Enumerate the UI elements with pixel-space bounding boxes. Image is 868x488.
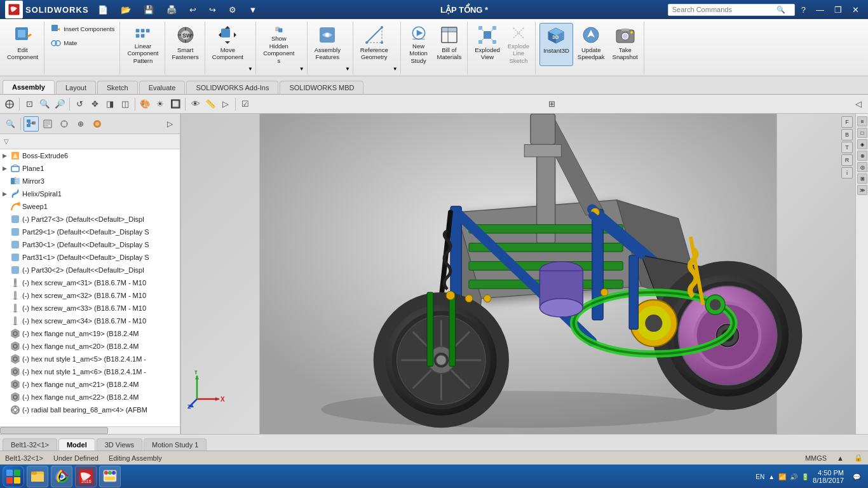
print-btn[interactable]: 🖨️ [163,4,180,16]
right-btn-6[interactable]: ⊞ [857,173,867,184]
file-explorer-btn[interactable] [27,466,48,487]
tree-item-screw31[interactable]: (-) hex screw_am<31> (B18.6.7M - M10 [0,276,180,289]
tab-model[interactable]: Model [58,438,95,451]
save-btn[interactable]: 💾 [140,4,158,16]
vp-iso-view-btn[interactable]: i [841,167,853,179]
open-btn[interactable]: 📂 [117,4,135,16]
tab-layout[interactable]: Layout [56,81,96,94]
tree-item-boss-extrude[interactable]: ▶ Boss-Extrude6 [0,149,180,162]
tree-item-part29[interactable]: Part29<1> (Default<<Default>_Display S [0,226,180,238]
tree-item-screw34[interactable]: (-) hex screw_am<34> (B18.6.7M - M10 [0,315,180,327]
config-manager-btn[interactable] [57,116,72,132]
reference-geometry-btn[interactable]: ReferenceGeometry [357,23,391,66]
hide-show-btn[interactable]: 👁 [188,97,202,111]
exploded-view-btn[interactable]: ExplodedView [471,23,503,66]
appearance-btn[interactable]: 🎨 [138,97,152,111]
options-btn[interactable]: ⚙ [225,4,240,16]
show-hidden-btn[interactable]: ShowHiddenComponents [260,23,298,66]
tree-item-helix[interactable]: ▶ Helix/Spiral1 [0,187,180,200]
zoom-area-btn[interactable]: 🔍 [37,97,51,111]
rg-dropdown-arrow[interactable]: ▼ [393,66,398,73]
tree-item-mirror3[interactable]: Mirror3 [0,175,180,187]
notifications-icon[interactable]: 💬 [853,473,860,480]
move-dropdown-arrow[interactable]: ▼ [248,66,253,73]
vp-top-view-btn[interactable]: T [841,142,853,153]
tab-evaluate[interactable]: Evaluate [139,81,186,94]
zoom-in-btn[interactable]: 🔎 [53,97,67,111]
filter-btn[interactable]: 🔍 [3,116,18,132]
status-arrow[interactable]: ▲ [837,454,844,462]
tree-item-radial-bearing[interactable]: (-) radial ball bearing_68_am<4> (AFBM [0,403,180,416]
view-display-btn[interactable]: ◫ [118,97,132,111]
bill-of-materials-btn[interactable]: Bill ofMaterials [434,23,465,66]
simulation-btn[interactable]: ▷ [219,97,233,111]
display-style-btn[interactable]: 🔲 [168,97,182,111]
scrollbar-thumb-h[interactable] [0,427,108,434]
view-orient-btn[interactable] [3,97,17,111]
right-btn-4[interactable]: ⊕ [857,151,867,161]
pan-btn[interactable]: ✥ [88,97,102,111]
feature-tree-btn[interactable] [24,116,39,132]
tab-belt1[interactable]: Belt1-32<1> [3,438,57,451]
up-arrow[interactable]: ▲ [768,473,775,480]
new-btn[interactable]: 📄 [94,4,112,16]
property-manager-btn[interactable] [40,116,55,132]
tab-solidworks-mbd[interactable]: SOLIDWORKS MBD [280,81,363,94]
start-button[interactable] [3,466,24,487]
measure-btn[interactable]: 📏 [203,97,217,111]
tree-item-part31[interactable]: Part31<1> (Default<<Default>_Display S [0,251,180,264]
edit-component-btn[interactable]: EditComponent [4,23,41,66]
tab-sketch[interactable]: Sketch [97,81,138,94]
chrome-btn[interactable] [51,466,72,487]
restore-btn[interactable]: ❐ [831,4,846,16]
scene-btn[interactable]: ☀ [153,97,167,111]
expand-btn[interactable]: ⊞ [545,97,559,111]
tree-item-plane1[interactable]: ▶ Plane1 [0,162,180,175]
tree-item-hexnut-style1-5[interactable]: (-) hex nut style 1_am<5> (B18.2.4.1M - [0,353,180,365]
tree-item-sweep1[interactable]: Sweep1 [0,200,180,213]
assembly-features-btn[interactable]: AssemblyFeatures [311,23,344,66]
right-btn-1[interactable]: ≡ [857,116,867,126]
tree-item-part27[interactable]: (-) Part27<3> (Default<<Default>_Displ [0,213,180,226]
update-speedpak-btn[interactable]: UpdateSpeedpak [574,23,608,66]
tree-item-flange-nut19[interactable]: (-) hex flange nut_am<19> (B18.2.4M [0,327,180,340]
right-btn-3[interactable]: ◈ [857,139,867,149]
tree-item-flange-nut20[interactable]: (-) hex flange nut_am<20> (B18.2.4M [0,340,180,353]
smart-fasteners-btn[interactable]: SW SmartFasteners [169,23,202,66]
section-view-btn[interactable]: ◨ [103,97,117,111]
plus-btn[interactable]: ⊕ [73,116,88,132]
tab-3d-views[interactable]: 3D Views [97,438,142,451]
solidworks-taskbar-btn[interactable]: 2016 [75,466,97,487]
tree-item-hexnut-style1-6[interactable]: (-) hex nut style 1_am<6> (B18.2.4.1M - [0,365,180,378]
tree-item-screw33[interactable]: (-) hex screw_am<33> (B18.6.7M - M10 [0,302,180,315]
checkbox-btn[interactable]: ☑ [238,97,252,111]
tree-item-flange-nut21[interactable]: (-) hex flange nut_am<21> (B18.2.4M [0,378,180,391]
help-btn[interactable]: ? [797,4,810,16]
vp-front-view-btn[interactable]: F [841,116,853,128]
tree-item-part30-2[interactable]: (-) Part30<2> (Default<<Default>_Displ [0,264,180,276]
right-btn-2[interactable]: □ [857,128,867,138]
linear-component-btn[interactable]: LinearComponentPattern [124,23,161,66]
panel-expand-btn[interactable]: ▷ [162,116,177,132]
insert-components-btn[interactable]: Insert Components [48,23,117,36]
expand-panel-btn[interactable]: ◁ [851,97,865,111]
minimize-btn[interactable]: — [812,4,828,16]
mate-btn[interactable]: Mate [48,37,117,50]
af-dropdown-arrow[interactable]: ▼ [345,66,350,73]
close-btn[interactable]: ✕ [848,4,863,16]
new-motion-study-btn[interactable]: NewMotionStudy [405,23,433,66]
vp-right-view-btn[interactable]: R [841,154,853,166]
tree-scrollbar-h[interactable] [0,426,180,434]
move-component-btn[interactable]: MoveComponent [209,23,247,66]
tab-motion-study1[interactable]: Motion Study 1 [144,438,207,451]
viewport[interactable]: X Y Z F B T R i [181,114,855,434]
tree-item-flange-nut22[interactable]: (-) hex flange nut_am<22> (B18.2.4M [0,391,180,403]
tab-solidworks-addins[interactable]: SOLIDWORKS Add-Ins [186,81,278,94]
instant3d-btn[interactable]: 3D Instant3D [539,23,573,66]
search-bar[interactable]: 🔍 [668,4,795,16]
paint-btn[interactable] [99,466,121,487]
rotate-btn[interactable]: ↺ [72,97,86,111]
arrow-btn[interactable]: ▼ [245,4,261,16]
right-btn-7[interactable]: ≫ [857,185,867,195]
search-input[interactable] [672,6,774,13]
